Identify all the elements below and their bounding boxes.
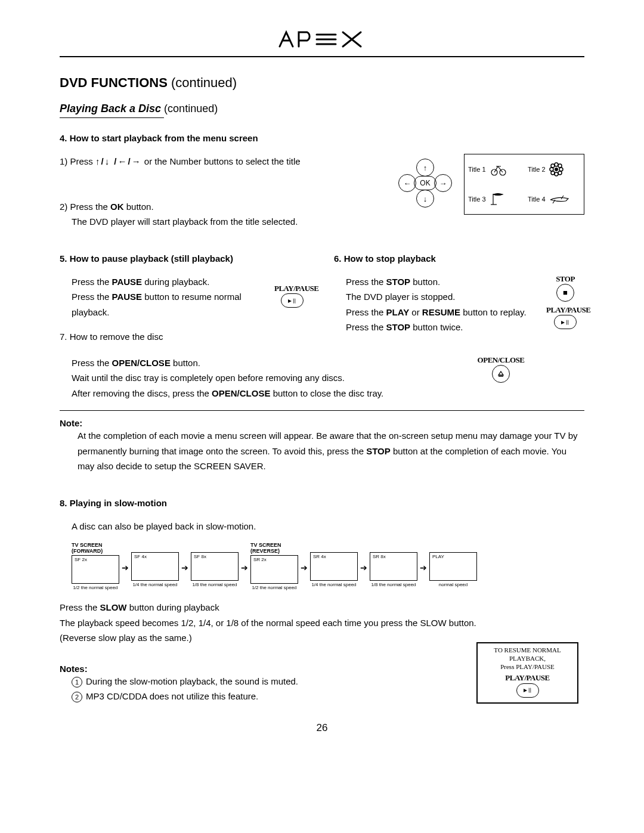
svg-point-11 (558, 164, 562, 168)
t: button. (124, 202, 154, 212)
resume-btn-label: PLAY/PAUSE (481, 673, 574, 683)
circled-2-icon: 2 (72, 692, 82, 702)
title3-label: Title 3 (468, 196, 486, 203)
playpause-icon: ▸॥ (281, 293, 304, 308)
note-block: Note: At the completion of each movie a … (60, 418, 584, 474)
step4-line3: The DVD player will start playback from … (72, 214, 398, 230)
playpause-icon-group: PLAY/PAUSE ▸॥ (274, 274, 310, 308)
resume-l1: TO RESUME NORMAL PLAYBACK, (481, 646, 574, 663)
stop-label: STOP (546, 274, 584, 284)
svg-point-3 (491, 169, 497, 175)
arrow-icon: ➔ (301, 561, 308, 572)
title4-label: Title 4 (528, 196, 546, 203)
step5-body: Press the PAUSE during playback. Press t… (72, 274, 274, 320)
title2-label: Title 2 (528, 166, 546, 173)
note-title: Note: (60, 418, 584, 428)
arrow-icon: ➔ (420, 561, 427, 572)
arrow-icons: ↑/↓ /←/→ (95, 156, 142, 166)
step4-line1: 1) Press ↑/↓ /←/→ or the Number buttons … (60, 154, 398, 169)
stop-playpause-icons: STOP ■ PLAY/PAUSE ▸॥ (546, 274, 584, 329)
playpause-label: PLAY/PAUSE (274, 284, 310, 293)
bicycle-icon (490, 163, 506, 176)
section-title-cont: (continued) (171, 75, 237, 90)
flower-icon (549, 162, 564, 176)
divider-rule (60, 410, 584, 411)
svg-point-5 (555, 168, 558, 171)
subsection-title: Playing Back a Disc (continued) (60, 103, 584, 115)
title-menu-illustration: Title 1 Title 2 Title 3 Title 4 (464, 154, 584, 215)
playpause-label2: PLAY/PAUSE (546, 305, 584, 315)
playpause-icon2: ▸॥ (554, 315, 577, 329)
svg-point-8 (550, 168, 553, 171)
dpad-illustration: ↑ ← OK → ↓ (398, 160, 452, 206)
header-rule (60, 56, 584, 57)
step8-intro: A disc can also be played back in slow-m… (72, 519, 584, 534)
rev-label: TV SCREEN (REVERSE) (250, 542, 298, 554)
subsection-name: Playing Back a Disc (60, 103, 161, 114)
arrow-icon: ➔ (181, 561, 188, 572)
t: or the Number buttons to select the titl… (144, 156, 301, 166)
plane-icon (549, 194, 569, 205)
resume-box: TO RESUME NORMAL PLAYBACK, Press PLAY/PA… (476, 642, 578, 704)
svg-point-6 (555, 163, 558, 166)
svg-point-13 (558, 171, 562, 175)
title1-label: Title 1 (468, 166, 486, 173)
step8-p2: The playback speed becomes 1/2, 1/4, or … (60, 615, 584, 631)
dpad-down-icon: ↓ (416, 190, 434, 208)
step7-heading: 7. How to remove the disc (60, 329, 310, 345)
arrow-icon: ➔ (241, 561, 248, 572)
step5-heading: 5. How to pause playback (still playback… (60, 253, 310, 264)
step6-heading: 6. How to stop playback (334, 253, 584, 264)
dpad-up-icon: ↑ (416, 159, 434, 176)
section-title: DVD FUNCTIONS (continued) (60, 75, 584, 91)
subsection-cont: (continued) (164, 103, 218, 114)
t: 1) Press (60, 156, 95, 166)
brand-logo (60, 30, 584, 54)
circled-1-icon: 1 (72, 677, 82, 688)
openclose-label: OPEN/CLOSE (477, 355, 525, 365)
section-title-bold: DVD FUNCTIONS (60, 75, 168, 90)
svg-point-9 (559, 168, 563, 171)
t: 2) Press the (60, 202, 110, 212)
subsection-underline (60, 117, 164, 118)
fwd-label: TV SCREEN (FORWARD) (72, 542, 119, 554)
svg-point-12 (551, 171, 555, 175)
resume-l2: Press PLAY/PAUSE (481, 662, 574, 671)
step4-line2: 2) Press the OK button. (60, 199, 398, 215)
flag-icon (490, 193, 506, 206)
step8-p1: Press the SLOW button during playback (60, 600, 584, 615)
slowmotion-strip: TV SCREEN (FORWARD) SF 2x 1/2 the normal… (72, 542, 584, 590)
step7-body: Press the OPEN/CLOSE button. Wait until … (72, 355, 477, 401)
ok-word: OK (110, 202, 124, 212)
step6-body: Press the STOP button. The DVD player is… (346, 274, 546, 335)
step8-heading: 8. Playing in slow-motion (60, 498, 584, 508)
dpad-ok-icon: OK (414, 176, 436, 190)
dpad-right-icon: → (434, 174, 452, 192)
step4-heading: 4. How to start playback from the menu s… (60, 133, 584, 143)
openclose-icon-group: OPEN/CLOSE (477, 355, 525, 383)
arrow-icon: ➔ (122, 561, 129, 572)
arrow-icon: ➔ (360, 561, 367, 572)
svg-point-10 (551, 164, 555, 168)
eject-icon (492, 365, 510, 383)
playpause-icon3: ▸॥ (516, 683, 539, 698)
page-number: 26 (60, 722, 584, 734)
svg-point-7 (555, 172, 558, 176)
stop-icon: ■ (556, 284, 574, 302)
